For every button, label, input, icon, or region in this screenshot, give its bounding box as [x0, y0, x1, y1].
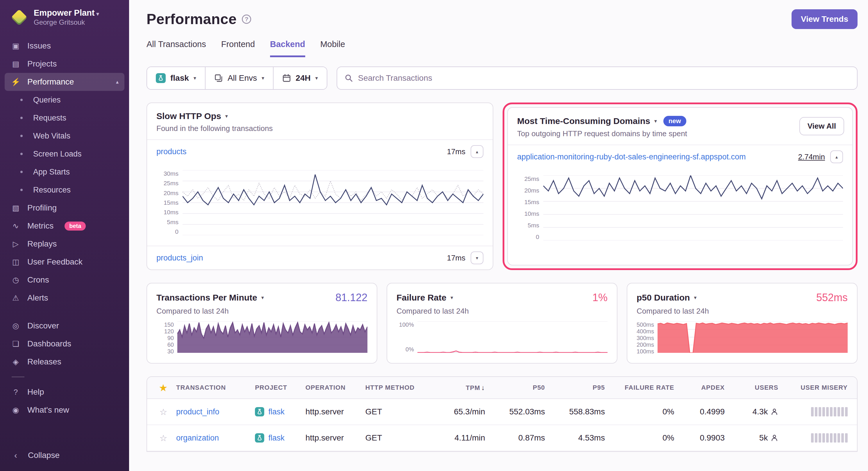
stack-icon [214, 74, 223, 82]
sidebar-item-app-starts[interactable]: App Starts [0, 163, 129, 181]
column-header-http-method[interactable]: HTTP METHOD [365, 384, 422, 392]
sidebar-item-whats-new[interactable]: ◉What's new [0, 401, 129, 419]
sidebar-item-crons[interactable]: ◷Crons [0, 271, 129, 289]
collapse-row-button[interactable]: ▴ [830, 150, 843, 163]
help-icon: ? [10, 388, 21, 397]
sidebar-item-resources[interactable]: Resources [0, 181, 129, 199]
view-all-button[interactable]: View All [799, 117, 844, 135]
sidebar-item-issues[interactable]: ▣Issues [0, 37, 129, 55]
bullet-icon [20, 171, 23, 173]
sidebar-item-queries[interactable]: Queries [0, 91, 129, 109]
user-misery-bar [815, 407, 817, 416]
project-filter[interactable]: flask ▾ [147, 67, 206, 89]
view-trends-button[interactable]: View Trends [792, 9, 858, 29]
sidebar-item-projects[interactable]: ▤Projects [0, 55, 129, 73]
tab-frontend[interactable]: Frontend [221, 39, 255, 57]
chevron-down-icon[interactable]: ▾ [451, 295, 453, 301]
performance-icon: ⚡ [10, 77, 21, 87]
user-misery-bars [778, 433, 848, 442]
sidebar-item-metrics[interactable]: ∿Metricsbeta [0, 217, 129, 235]
sidebar: Empower Plant▾ George Gritsouk ▣Issues ▤… [0, 0, 129, 471]
chevron-down-icon[interactable]: ▾ [261, 295, 264, 301]
favorite-star-button[interactable]: ☆ [160, 407, 167, 417]
sidebar-item-releases[interactable]: ◈Releases [0, 353, 129, 371]
alerts-icon: ⚠ [10, 294, 21, 303]
favorite-star-button[interactable]: ☆ [160, 433, 167, 443]
sidebar-item-discover[interactable]: ◎Discover [0, 317, 129, 335]
axis-tick: 30 [167, 348, 174, 355]
sidebar-item-user-feedback[interactable]: ◫User Feedback [0, 253, 129, 271]
transaction-link[interactable]: products [156, 147, 187, 156]
column-header-project[interactable]: PROJECT [255, 384, 306, 392]
axis-tick: 20ms [524, 187, 539, 194]
org-switcher[interactable]: Empower Plant▾ George Gritsouk [0, 8, 129, 33]
help-icon[interactable]: ? [242, 14, 251, 24]
sidebar-item-replays[interactable]: ▷Replays [0, 235, 129, 253]
broadcast-icon: ◉ [10, 406, 21, 415]
chevron-down-icon[interactable]: ▾ [225, 113, 228, 119]
tab-backend[interactable]: Backend [270, 39, 305, 57]
chevron-down-icon: ▾ [194, 75, 196, 81]
chevron-down-icon[interactable]: ▾ [654, 118, 657, 124]
user-misery-bar [845, 433, 848, 442]
chevron-left-icon: ‹ [10, 450, 21, 460]
user-misery-bar [830, 407, 833, 416]
table-row: ☆ product_info flask http.server GET 65.… [147, 399, 857, 425]
project-link[interactable]: flask [268, 434, 285, 442]
user-misery-bar [845, 407, 848, 416]
bullet-icon [20, 189, 23, 191]
transaction-link[interactable]: product_info [176, 407, 219, 416]
sidebar-divider [12, 377, 24, 377]
user-misery-bar [823, 407, 825, 416]
widget-title[interactable]: p50 Duration [637, 293, 690, 303]
widget-title[interactable]: Failure Rate [397, 293, 446, 303]
metrics-icon: ∿ [10, 222, 21, 231]
page-title: Performance [147, 11, 237, 28]
sidebar-item-screen-loads[interactable]: Screen Loads [0, 145, 129, 163]
discover-icon: ◎ [10, 322, 21, 331]
environment-filter[interactable]: All Envs ▾ [206, 67, 274, 89]
chevron-down-icon[interactable]: ▾ [694, 295, 696, 301]
widget-title[interactable]: Most Time-Consuming Domains [517, 116, 650, 126]
tab-mobile[interactable]: Mobile [320, 39, 345, 57]
p50-value: 552ms [816, 292, 848, 304]
column-header-users[interactable]: USERS [725, 384, 778, 392]
widget-subtitle: Found in the following transactions [156, 124, 484, 133]
transaction-link[interactable]: products_join [156, 254, 203, 263]
org-logo [10, 9, 28, 26]
sidebar-item-dashboards[interactable]: ❏Dashboards [0, 335, 129, 353]
tab-all-transactions[interactable]: All Transactions [147, 39, 206, 57]
failure-rate-chart [417, 322, 608, 353]
expand-row-button[interactable]: ▾ [471, 251, 484, 264]
column-header-tpm[interactable]: TPM↓ [422, 383, 485, 392]
sidebar-item-requests[interactable]: Requests [0, 109, 129, 127]
column-header-p50[interactable]: P50 [485, 384, 545, 392]
widget-title[interactable]: Slow HTTP Ops [156, 111, 221, 121]
column-header-failure-rate[interactable]: FAILURE RATE [605, 384, 674, 392]
collapse-row-button[interactable]: ▴ [471, 145, 484, 158]
column-header-user-misery[interactable]: USER MISERY [778, 384, 848, 392]
column-header-operation[interactable]: OPERATION [306, 384, 365, 392]
transaction-link[interactable]: organization [176, 434, 219, 442]
failure-rate-chart-area: 100%0% [387, 316, 617, 361]
sidebar-item-alerts[interactable]: ⚠Alerts [0, 289, 129, 307]
collapse-sidebar-button[interactable]: ‹Collapse [0, 447, 70, 464]
column-header-p95[interactable]: P95 [545, 384, 605, 392]
sidebar-item-help[interactable]: ?Help [0, 383, 129, 401]
sidebar-item-web-vitals[interactable]: Web Vitals [0, 127, 129, 145]
column-header-transaction[interactable]: TRANSACTION [176, 384, 255, 392]
column-header-apdex[interactable]: APDEX [674, 384, 725, 392]
user-misery-bar [837, 433, 840, 442]
date-range-filter[interactable]: 24H ▾ [274, 67, 327, 89]
issues-icon: ▣ [10, 41, 21, 51]
sidebar-item-profiling[interactable]: ▧Profiling [0, 199, 129, 217]
domain-link[interactable]: application-monitoring-ruby-dot-sales-en… [517, 153, 746, 162]
project-link[interactable]: flask [268, 407, 285, 416]
user-misery-bar [811, 407, 814, 416]
duration-value[interactable]: 2.74min [798, 153, 825, 162]
search-input[interactable] [358, 73, 850, 83]
failure-rate-cell: 0% [605, 407, 674, 416]
sidebar-item-performance[interactable]: ⚡Performance▴ [5, 73, 124, 91]
axis-tick: 150 [164, 322, 174, 328]
widget-title[interactable]: Transactions Per Minute [156, 293, 257, 303]
